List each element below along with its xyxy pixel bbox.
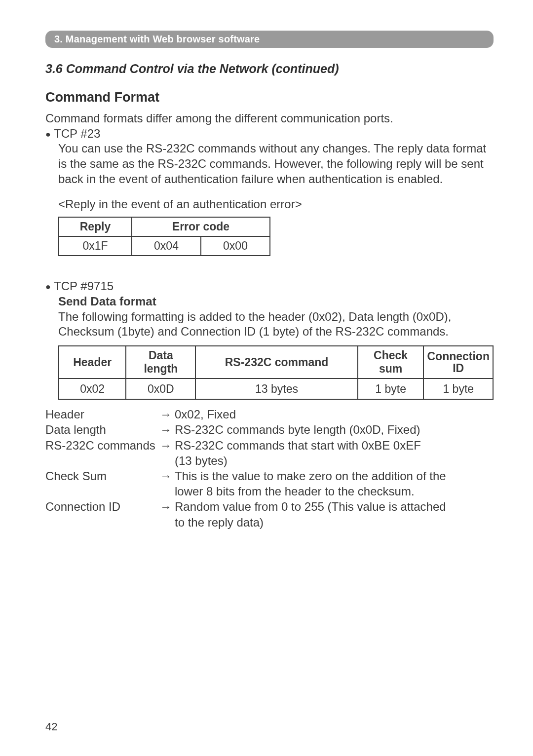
bullet-icon: ● — [45, 129, 51, 139]
th-conn-line2: ID — [453, 362, 464, 375]
tcp23-label: TCP #23 — [54, 127, 100, 140]
auth-error-table: Reply Error code 0x1F 0x04 0x00 — [58, 217, 270, 256]
def-row-connid: Connection ID → Random value from 0 to 2… — [45, 499, 494, 529]
arrow-icon: → — [160, 499, 175, 529]
arrow-icon: → — [160, 422, 175, 437]
def-desc-line2: (13 bytes) — [175, 454, 228, 467]
section-title: 3.6 Command Control via the Network (con… — [45, 62, 494, 76]
table-row: Reply Error code — [59, 217, 270, 236]
def-desc-line1: This is the value to make zero on the ad… — [175, 469, 446, 483]
breadcrumb-banner: 3. Management with Web browser software — [45, 31, 494, 48]
td-header-val: 0x02 — [59, 378, 126, 399]
td-err1: 0x04 — [132, 236, 201, 256]
def-desc-line1: RS-232C commands that start with 0xBE 0x… — [175, 439, 421, 452]
def-desc-line2: lower 8 bits from the header to the chec… — [175, 485, 415, 498]
send-data-heading: Send Data format — [58, 294, 494, 309]
td-err2: 0x00 — [201, 236, 270, 256]
th-data-length: Data length — [126, 346, 195, 378]
def-row-checksum: Check Sum → This is the value to make ze… — [45, 468, 494, 499]
td-reply-val: 0x1F — [59, 236, 132, 256]
td-datalen-val: 0x0D — [126, 378, 195, 399]
send-data-body: The following formatting is added to the… — [58, 309, 494, 340]
bullet-tcp23: ● TCP #23 — [45, 126, 494, 142]
arrow-icon: → — [160, 407, 175, 422]
def-term: Header — [45, 407, 160, 422]
td-rs232c-val: 13 bytes — [195, 378, 357, 399]
def-desc-line2: to the reply data) — [175, 516, 264, 529]
def-desc: RS-232C commands that start with 0xBE 0x… — [175, 438, 494, 468]
def-term: Data length — [45, 422, 160, 437]
th-connection-id: Connection ID — [423, 346, 493, 378]
tcp23-body: You can use the RS-232C commands without… — [58, 141, 494, 187]
th-header: Header — [59, 346, 126, 378]
bullet-icon: ● — [45, 282, 51, 292]
table-row: 0x02 0x0D 13 bytes 1 byte 1 byte — [59, 378, 493, 399]
table-row: Header Data length RS-232C command Check… — [59, 346, 493, 378]
heading-command-format: Command Format — [45, 90, 494, 105]
tcp9715-label: TCP #9715 — [54, 279, 114, 293]
definitions-block: Header → 0x02, Fixed Data length → RS-23… — [45, 407, 494, 530]
def-row-datalen: Data length → RS-232C commands byte leng… — [45, 422, 494, 437]
th-reply: Reply — [59, 217, 132, 236]
table-row: 0x1F 0x04 0x00 — [59, 236, 270, 256]
auth-error-caption: <Reply in the event of an authentication… — [58, 197, 494, 212]
def-desc: This is the value to make zero on the ad… — [175, 468, 494, 499]
send-data-table: Header Data length RS-232C command Check… — [58, 345, 494, 400]
def-desc: Random value from 0 to 255 (This value i… — [175, 499, 494, 529]
th-conn-line1: Connection — [427, 350, 490, 363]
bullet-tcp9715: ● TCP #9715 — [45, 279, 494, 294]
th-rs232c: RS-232C command — [195, 346, 357, 378]
td-checksum-val: 1 byte — [358, 378, 424, 399]
arrow-icon: → — [160, 468, 175, 499]
arrow-icon: → — [160, 438, 175, 468]
def-row-header: Header → 0x02, Fixed — [45, 407, 494, 422]
def-desc: RS-232C commands byte length (0x0D, Fixe… — [175, 422, 494, 437]
intro-text: Command formats differ among the differe… — [45, 111, 494, 126]
def-desc: 0x02, Fixed — [175, 407, 494, 422]
td-connid-val: 1 byte — [423, 378, 493, 399]
def-desc-line1: Random value from 0 to 255 (This value i… — [175, 500, 446, 513]
th-error-code: Error code — [132, 217, 270, 236]
page-number: 42 — [45, 720, 57, 733]
def-term: RS-232C commands — [45, 438, 160, 468]
def-row-rs232c: RS-232C commands → RS-232C commands that… — [45, 438, 494, 468]
th-checksum: Check sum — [358, 346, 424, 378]
def-term: Connection ID — [45, 499, 160, 529]
def-term: Check Sum — [45, 468, 160, 499]
